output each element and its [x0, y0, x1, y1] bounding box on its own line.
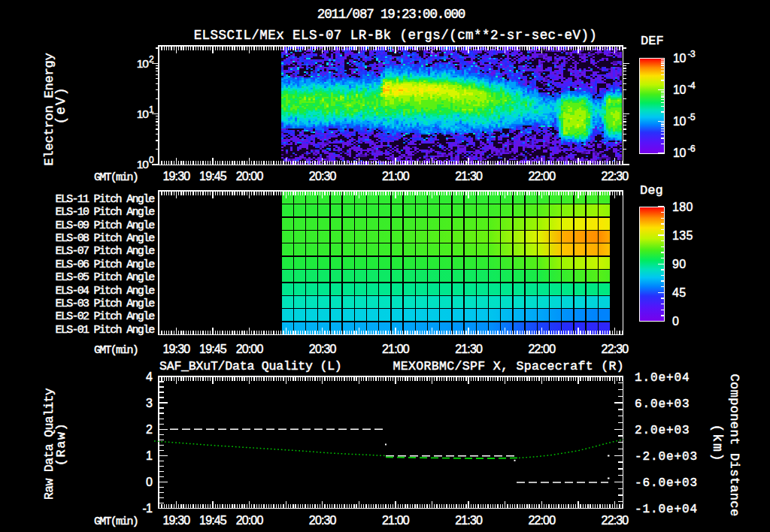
- svg-text:GMT(min): GMT(min): [94, 171, 138, 184]
- svg-text:-5: -5: [688, 112, 696, 122]
- svg-text:22:00: 22:00: [528, 170, 556, 183]
- svg-text:20:30: 20:30: [309, 343, 337, 355]
- svg-text:-4: -4: [688, 80, 696, 91]
- svg-text:ELS-09 Pitch Angle: ELS-09 Pitch Angle: [56, 219, 156, 232]
- svg-text:20:00: 20:00: [236, 170, 264, 183]
- svg-text:ELS-07 Pitch Angle: ELS-07 Pitch Angle: [56, 245, 156, 258]
- svg-text:2.0e+03: 2.0e+03: [635, 424, 690, 437]
- svg-text:0: 0: [672, 315, 679, 328]
- svg-text:-3: -3: [688, 49, 696, 59]
- svg-text:19:30: 19:30: [162, 170, 190, 183]
- svg-text:-2.0e+03: -2.0e+03: [635, 450, 698, 464]
- svg-text:22:00: 22:00: [528, 343, 556, 355]
- svg-text:0: 0: [149, 155, 154, 165]
- svg-text:21:00: 21:00: [382, 170, 410, 183]
- svg-text:10: 10: [673, 52, 686, 65]
- svg-text:21:30: 21:30: [455, 170, 483, 183]
- svg-text:21:00: 21:00: [382, 514, 410, 527]
- svg-text:19:45: 19:45: [199, 170, 227, 183]
- svg-text:(km): (km): [710, 424, 725, 462]
- svg-text:SAF_BXuT/Data Quality (L): SAF_BXuT/Data Quality (L): [159, 359, 342, 373]
- svg-text:10: 10: [137, 107, 150, 120]
- svg-text:ELS-05 Pitch Angle: ELS-05 Pitch Angle: [56, 271, 156, 284]
- svg-text:MEXORBMC/SPF X, Spacecraft (R): MEXORBMC/SPF X, Spacecraft (R): [393, 359, 624, 373]
- svg-text:10: 10: [137, 158, 150, 171]
- svg-text:19:30: 19:30: [162, 514, 190, 527]
- svg-text:1: 1: [149, 104, 154, 115]
- svg-text:-6.0e+03: -6.0e+03: [635, 476, 698, 490]
- svg-text:20:00: 20:00: [236, 514, 264, 527]
- svg-text:ELS-03 Pitch Angle: ELS-03 Pitch Angle: [56, 298, 156, 310]
- svg-text:21:00: 21:00: [382, 343, 410, 355]
- svg-text:GMT(min): GMT(min): [94, 344, 138, 357]
- svg-text:3: 3: [146, 397, 153, 410]
- svg-text:21:30: 21:30: [455, 343, 483, 355]
- svg-text:1: 1: [146, 449, 153, 462]
- svg-text:ELSSCIL/MEx ELS-07 LR-Bk (erg: ELSSCIL/MEx ELS-07 LR-Bk (ergs/(cm**2-sr…: [194, 28, 598, 43]
- svg-text:180: 180: [672, 201, 693, 213]
- svg-text:21:30: 21:30: [455, 514, 483, 527]
- svg-text:19:45: 19:45: [199, 343, 227, 355]
- svg-text:4: 4: [146, 370, 153, 383]
- svg-text:22:30: 22:30: [602, 514, 629, 527]
- svg-text:-1: -1: [142, 502, 152, 515]
- svg-text:90: 90: [672, 258, 687, 271]
- svg-text:45: 45: [672, 286, 687, 299]
- svg-text:1.0e+04: 1.0e+04: [635, 371, 690, 385]
- svg-text:10: 10: [673, 83, 686, 96]
- svg-text:19:45: 19:45: [199, 514, 227, 527]
- svg-text:(Raw): (Raw): [54, 422, 68, 467]
- svg-text:Deg: Deg: [640, 183, 663, 198]
- svg-text:ELS-04 Pitch Angle: ELS-04 Pitch Angle: [56, 285, 156, 298]
- svg-text:ELS-01 Pitch Angle: ELS-01 Pitch Angle: [56, 324, 156, 337]
- svg-text:ELS-06 Pitch Angle: ELS-06 Pitch Angle: [56, 258, 156, 271]
- svg-text:19:30: 19:30: [162, 343, 190, 355]
- svg-text:DEF: DEF: [641, 34, 664, 48]
- svg-text:22:00: 22:00: [528, 514, 556, 527]
- svg-text:6.0e+03: 6.0e+03: [635, 397, 690, 411]
- svg-text:22:30: 22:30: [602, 343, 629, 355]
- svg-text:ELS-08 Pitch Angle: ELS-08 Pitch Angle: [56, 232, 156, 245]
- svg-text:ELS-02 Pitch Angle: ELS-02 Pitch Angle: [56, 310, 156, 323]
- svg-text:0: 0: [146, 476, 153, 488]
- svg-text:10: 10: [673, 115, 686, 128]
- svg-text:GMT(min): GMT(min): [94, 515, 138, 528]
- svg-text:2011/087 19:23:00.000: 2011/087 19:23:00.000: [317, 7, 465, 22]
- svg-text:2: 2: [146, 423, 153, 436]
- svg-text:20:00: 20:00: [236, 343, 264, 355]
- svg-text:ELS-11 Pitch Angle: ELS-11 Pitch Angle: [56, 193, 156, 206]
- svg-text:Component Distance: Component Distance: [727, 374, 741, 517]
- svg-text:20:30: 20:30: [309, 170, 337, 183]
- svg-text:10: 10: [137, 57, 150, 70]
- svg-text:-1.0e+04: -1.0e+04: [635, 503, 698, 516]
- svg-text:10: 10: [673, 147, 686, 159]
- svg-text:ELS-10 Pitch Angle: ELS-10 Pitch Angle: [56, 206, 156, 219]
- svg-text:22:30: 22:30: [602, 170, 629, 183]
- svg-text:-6: -6: [688, 144, 696, 154]
- svg-text:(eV): (eV): [53, 86, 68, 124]
- svg-text:135: 135: [672, 229, 693, 242]
- svg-text:20:30: 20:30: [309, 514, 337, 527]
- svg-text:2: 2: [149, 54, 154, 65]
